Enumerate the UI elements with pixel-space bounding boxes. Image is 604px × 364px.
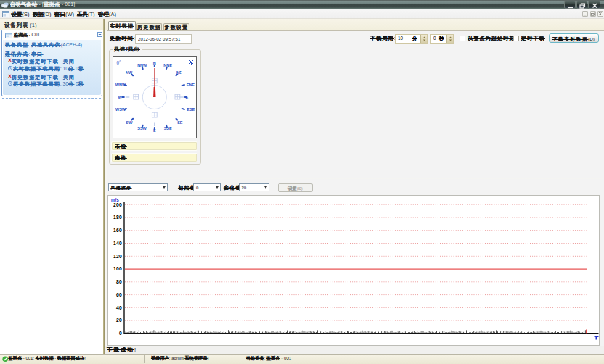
svg-text:NNE: NNE [163,63,172,67]
svg-text:ESE: ESE [187,107,195,112]
svg-text:140: 140 [113,240,122,245]
svg-text:SE: SE [177,120,183,125]
svg-text:160: 160 [113,228,122,233]
svg-text:E: E [186,95,189,99]
svg-text:200: 200 [113,202,122,207]
svg-text:m/s: m/s [111,197,119,202]
svg-text:SW: SW [126,120,134,125]
svg-text:20: 20 [116,318,122,323]
svg-text:W: W [118,95,122,99]
svg-text:100: 100 [113,266,122,271]
svg-text:0°: 0° [117,60,122,65]
svg-text:WNW: WNW [115,83,126,87]
svg-text:120: 120 [113,253,122,258]
svg-text:0: 0 [119,331,122,336]
svg-text:SSW: SSW [137,126,147,131]
svg-text:SSE: SSE [164,126,172,131]
svg-text:WSW: WSW [115,107,126,112]
svg-text:80: 80 [116,279,122,284]
svg-text:NW: NW [126,70,133,75]
svg-text:S: S [153,128,156,133]
svg-text:60: 60 [116,291,122,297]
svg-text:180: 180 [113,215,122,220]
svg-text:ENE: ENE [187,83,195,87]
svg-text:NE: NE [176,70,182,75]
svg-text:N: N [153,61,156,65]
svg-text:40: 40 [116,305,122,310]
svg-text:NNW: NNW [137,63,147,67]
